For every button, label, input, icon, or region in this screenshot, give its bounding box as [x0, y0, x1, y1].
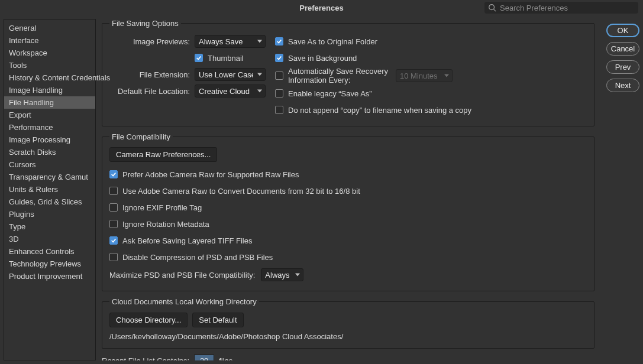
group-legend: File Saving Options: [109, 19, 181, 28]
sidebar-item-units-rulers[interactable]: Units & Rulers: [4, 183, 95, 196]
compat-label-1: Use Adobe Camera Raw to Convert Document…: [122, 187, 360, 196]
camera-raw-preferences-button[interactable]: Camera Raw Preferences...: [109, 147, 217, 162]
save-original-folder-label: Save As to Original Folder: [288, 37, 377, 46]
sidebar-item-3d[interactable]: 3D: [4, 233, 95, 245]
save-background-checkbox[interactable]: [275, 54, 283, 62]
ok-button[interactable]: OK: [606, 24, 639, 37]
compat-label-0: Prefer Adobe Camera Raw for Supported Ra…: [122, 170, 299, 179]
group-legend: File Compatibility: [109, 132, 173, 141]
main-panel: File Saving Options Image Previews: Alwa…: [99, 19, 597, 360]
search-input[interactable]: [500, 4, 635, 12]
svg-point-0: [489, 5, 495, 10]
choose-directory-button[interactable]: Choose Directory...: [109, 313, 188, 327]
sidebar-item-history-content-credentials[interactable]: History & Content Credentials: [4, 72, 95, 84]
default-location-select[interactable]: Creative Cloud: [195, 84, 266, 98]
window-title: Preferences: [299, 4, 343, 12]
sidebar-item-export[interactable]: Export: [4, 109, 95, 121]
sidebar-item-type[interactable]: Type: [4, 220, 95, 233]
sidebar-item-enhanced-controls[interactable]: Enhanced Controls: [4, 245, 95, 258]
recent-file-suffix: files: [219, 356, 232, 361]
sidebar-item-file-handling[interactable]: File Handling: [4, 96, 95, 109]
sidebar-item-scratch-disks[interactable]: Scratch Disks: [4, 146, 95, 158]
compat-checkbox-3[interactable]: [109, 220, 118, 228]
prev-button[interactable]: Prev: [606, 60, 639, 74]
no-copy-suffix-label: Do not append “copy” to filename when sa…: [288, 106, 471, 115]
sidebar-item-technology-previews[interactable]: Technology Previews: [4, 258, 95, 270]
next-button[interactable]: Next: [606, 79, 639, 92]
cloud-directory-path: /Users/kevholloway/Documents/Adobe/Photo…: [109, 332, 587, 341]
sidebar-item-workspace[interactable]: Workspace: [4, 47, 95, 59]
category-sidebar: GeneralInterfaceWorkspaceToolsHistory & …: [4, 19, 96, 360]
svg-line-1: [494, 9, 496, 12]
set-default-button[interactable]: Set Default: [192, 313, 243, 327]
sidebar-item-transparency-gamut[interactable]: Transparency & Gamut: [4, 171, 95, 183]
image-previews-label: Image Previews:: [109, 37, 195, 46]
search-preferences[interactable]: [484, 2, 638, 14]
auto-recovery-checkbox[interactable]: [275, 72, 283, 80]
thumbnail-label: Thumbnail: [208, 54, 244, 63]
compat-checkbox-0[interactable]: [109, 170, 118, 178]
sidebar-item-product-improvement[interactable]: Product Improvement: [4, 270, 95, 282]
recent-file-count-input[interactable]: [194, 355, 214, 360]
search-icon: [488, 4, 496, 12]
file-compatibility-group: File Compatibility Camera Raw Preference…: [102, 132, 594, 291]
file-extension-label: File Extension:: [109, 70, 195, 79]
sidebar-item-plugins[interactable]: Plugins: [4, 208, 95, 220]
sidebar-item-image-processing[interactable]: Image Processing: [4, 134, 95, 146]
compat-label-4: Ask Before Saving Layered TIFF Files: [122, 236, 252, 245]
image-previews-select[interactable]: Always Save: [195, 35, 266, 48]
compat-checkbox-5[interactable]: [109, 253, 118, 261]
thumbnail-checkbox[interactable]: [195, 54, 203, 62]
compat-label-2: Ignore EXIF Profile Tag: [122, 203, 202, 212]
compat-checkbox-2[interactable]: [109, 203, 118, 212]
legacy-save-as-label: Enable legacy “Save As”: [288, 89, 372, 98]
window-titlebar: Preferences: [0, 0, 643, 15]
maximize-compat-select[interactable]: Always: [261, 268, 303, 281]
auto-recovery-interval-select: 10 Minutes: [396, 69, 453, 82]
save-background-label: Save in Background: [288, 54, 357, 63]
sidebar-item-general[interactable]: General: [4, 22, 95, 34]
sidebar-item-tools[interactable]: Tools: [4, 59, 95, 72]
compat-checkbox-1[interactable]: [109, 187, 118, 195]
sidebar-item-guides-grid-slices[interactable]: Guides, Grid & Slices: [4, 196, 95, 208]
file-extension-select[interactable]: Use Lower Case: [195, 68, 266, 81]
dialog-buttons: OK Cancel Prev Next: [600, 19, 639, 360]
recent-file-list-label: Recent File List Contains:: [102, 356, 189, 361]
sidebar-item-cursors[interactable]: Cursors: [4, 158, 95, 171]
cloud-documents-group: Cloud Documents Local Working Directory …: [102, 297, 594, 349]
auto-recovery-label: Automatically Save Recovery Information …: [288, 67, 389, 84]
legacy-save-as-checkbox[interactable]: [275, 89, 283, 98]
group-legend: Cloud Documents Local Working Directory: [109, 297, 259, 306]
no-copy-suffix-checkbox[interactable]: [275, 106, 283, 114]
default-location-label: Default File Location:: [109, 87, 195, 96]
cancel-button[interactable]: Cancel: [606, 42, 639, 56]
sidebar-item-interface[interactable]: Interface: [4, 34, 95, 47]
compat-label-5: Disable Compression of PSD and PSB Files: [122, 253, 273, 262]
compat-label-3: Ignore Rotation Metadata: [122, 220, 209, 229]
sidebar-item-image-handling[interactable]: Image Handling: [4, 84, 95, 96]
file-saving-options-group: File Saving Options Image Previews: Alwa…: [102, 19, 594, 126]
save-original-folder-checkbox[interactable]: [275, 37, 283, 46]
compat-checkbox-4[interactable]: [109, 236, 118, 245]
maximize-compat-label: Maximize PSD and PSB File Compatibility:: [109, 271, 255, 280]
sidebar-item-performance[interactable]: Performance: [4, 121, 95, 134]
